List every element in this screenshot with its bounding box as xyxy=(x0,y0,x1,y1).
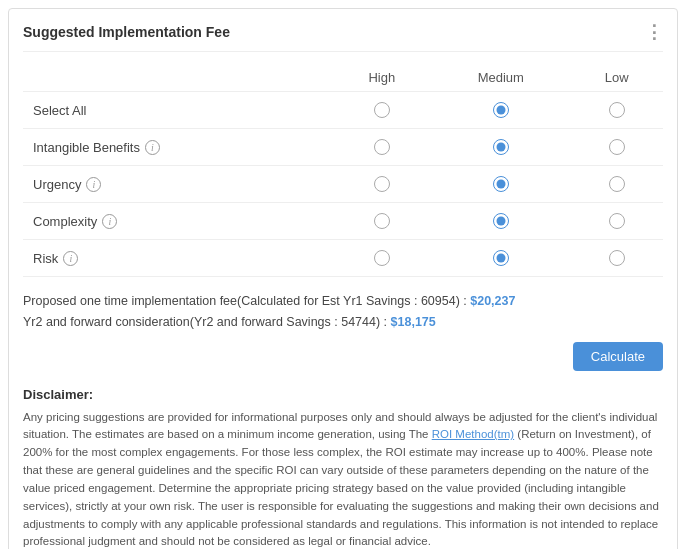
fee-line2: Yr2 and forward consideration(Yr2 and fo… xyxy=(23,312,663,333)
disclaimer-body: Any pricing suggestions are provided for… xyxy=(23,409,663,549)
radio-cell-high[interactable] xyxy=(333,129,431,166)
radio-cell-high[interactable] xyxy=(333,92,431,129)
radio-intangible_benefits-high[interactable] xyxy=(374,139,390,155)
radio-select_all-high[interactable] xyxy=(374,102,390,118)
row-label-text: Intangible Benefits xyxy=(33,140,140,155)
radio-cell-high[interactable] xyxy=(333,240,431,277)
radio-intangible_benefits-medium[interactable] xyxy=(493,139,509,155)
roi-method-link[interactable]: ROI Method(tm) xyxy=(432,428,514,440)
table-row: Complexityi xyxy=(23,203,663,240)
table-row: Intangible Benefitsi xyxy=(23,129,663,166)
table-row: Urgencyi xyxy=(23,166,663,203)
radio-cell-low[interactable] xyxy=(571,129,663,166)
radio-cell-high[interactable] xyxy=(333,166,431,203)
radio-urgency-low[interactable] xyxy=(609,176,625,192)
radio-select_all-medium[interactable] xyxy=(493,102,509,118)
row-label-text: Complexity xyxy=(33,214,97,229)
radio-select_all-low[interactable] xyxy=(609,102,625,118)
row-label-text: Urgency xyxy=(33,177,81,192)
radio-cell-medium[interactable] xyxy=(431,129,571,166)
row-label-cell: Intangible Benefitsi xyxy=(23,129,333,166)
radio-cell-medium[interactable] xyxy=(431,203,571,240)
radio-wrap-low xyxy=(581,213,653,229)
more-options-icon[interactable]: ⋮ xyxy=(645,21,663,43)
info-icon[interactable]: i xyxy=(102,214,117,229)
row-label: Select All xyxy=(33,103,323,118)
radio-risk-low[interactable] xyxy=(609,250,625,266)
radio-complexity-low[interactable] xyxy=(609,213,625,229)
radio-wrap-medium xyxy=(441,139,561,155)
calculate-row: Calculate xyxy=(23,342,663,371)
fee-line1: Proposed one time implementation fee(Cal… xyxy=(23,291,663,312)
radio-cell-low[interactable] xyxy=(571,203,663,240)
calculate-button[interactable]: Calculate xyxy=(573,342,663,371)
row-label: Riski xyxy=(33,251,323,266)
info-icon[interactable]: i xyxy=(86,177,101,192)
radio-wrap-medium xyxy=(441,102,561,118)
info-icon[interactable]: i xyxy=(145,140,160,155)
radio-wrap-high xyxy=(343,176,421,192)
radio-cell-low[interactable] xyxy=(571,92,663,129)
radio-wrap-medium xyxy=(441,213,561,229)
fee-line2-amount: $18,175 xyxy=(391,315,436,329)
disclaimer-title: Disclaimer: xyxy=(23,385,663,405)
radio-urgency-medium[interactable] xyxy=(493,176,509,192)
radio-wrap-low xyxy=(581,102,653,118)
main-container: Suggested Implementation Fee ⋮ High Medi… xyxy=(8,8,678,549)
row-label: Urgencyi xyxy=(33,177,323,192)
row-label-cell: Urgencyi xyxy=(23,166,333,203)
radio-cell-low[interactable] xyxy=(571,166,663,203)
row-label-cell: Riski xyxy=(23,240,333,277)
row-label-text: Risk xyxy=(33,251,58,266)
info-icon[interactable]: i xyxy=(63,251,78,266)
radio-complexity-medium[interactable] xyxy=(493,213,509,229)
table-row: Riski xyxy=(23,240,663,277)
radio-cell-medium[interactable] xyxy=(431,240,571,277)
row-label: Complexityi xyxy=(33,214,323,229)
radio-cell-low[interactable] xyxy=(571,240,663,277)
disclaimer-section: Disclaimer: Any pricing suggestions are … xyxy=(23,385,663,550)
fee-table: High Medium Low Select AllIntangible Ben… xyxy=(23,64,663,277)
radio-wrap-high xyxy=(343,250,421,266)
row-label: Intangible Benefitsi xyxy=(33,140,323,155)
col-label xyxy=(23,64,333,92)
fee-line1-amount: $20,237 xyxy=(470,294,515,308)
fee-line1-label: Proposed one time implementation fee(Cal… xyxy=(23,294,470,308)
radio-wrap-high xyxy=(343,213,421,229)
radio-cell-medium[interactable] xyxy=(431,92,571,129)
radio-urgency-high[interactable] xyxy=(374,176,390,192)
row-label-text: Select All xyxy=(33,103,86,118)
radio-risk-high[interactable] xyxy=(374,250,390,266)
radio-wrap-low xyxy=(581,139,653,155)
radio-risk-medium[interactable] xyxy=(493,250,509,266)
row-label-cell: Complexityi xyxy=(23,203,333,240)
fee-section: Proposed one time implementation fee(Cal… xyxy=(23,291,663,334)
radio-wrap-low xyxy=(581,250,653,266)
radio-wrap-medium xyxy=(441,250,561,266)
col-low: Low xyxy=(571,64,663,92)
radio-wrap-low xyxy=(581,176,653,192)
radio-wrap-high xyxy=(343,102,421,118)
col-high: High xyxy=(333,64,431,92)
radio-intangible_benefits-low[interactable] xyxy=(609,139,625,155)
section-title-row: Suggested Implementation Fee ⋮ xyxy=(23,21,663,52)
row-label-cell: Select All xyxy=(23,92,333,129)
fee-line2-label: Yr2 and forward consideration(Yr2 and fo… xyxy=(23,315,391,329)
table-row: Select All xyxy=(23,92,663,129)
section-title: Suggested Implementation Fee xyxy=(23,24,230,40)
radio-cell-high[interactable] xyxy=(333,203,431,240)
radio-cell-medium[interactable] xyxy=(431,166,571,203)
radio-wrap-medium xyxy=(441,176,561,192)
radio-wrap-high xyxy=(343,139,421,155)
col-medium: Medium xyxy=(431,64,571,92)
radio-complexity-high[interactable] xyxy=(374,213,390,229)
